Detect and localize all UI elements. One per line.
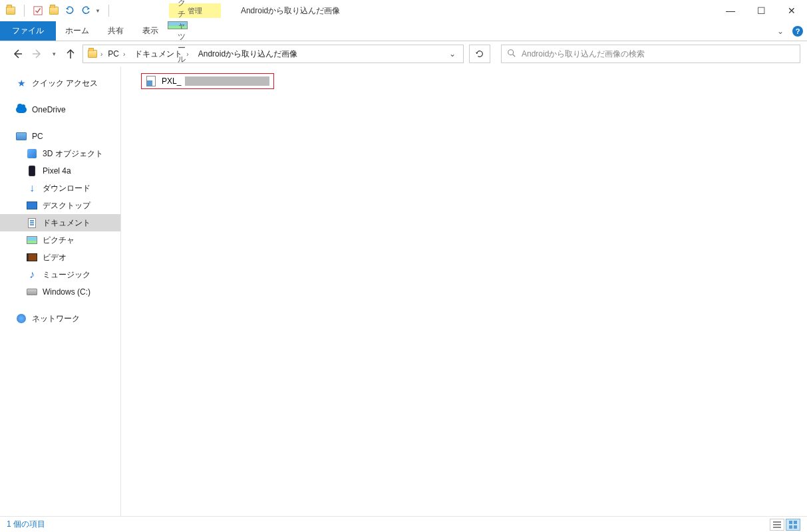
network-icon [16, 313, 27, 324]
document-icon [27, 217, 37, 228]
tab-picture-tools[interactable]: ピクチャ ツール [168, 21, 188, 29]
properties-icon[interactable] [33, 5, 43, 16]
undo-icon[interactable] [65, 5, 75, 16]
nav-drive-c[interactable]: Windows (C:) [0, 283, 120, 301]
minimize-button[interactable]: ― [715, 0, 746, 21]
new-folder-icon[interactable] [49, 5, 59, 16]
nav-quick-access[interactable]: ★ クイック アクセス [0, 74, 120, 92]
nav-label: OneDrive [32, 105, 66, 114]
nav-label: Windows (C:) [43, 287, 90, 297]
app-icon[interactable] [5, 5, 16, 16]
navigation-row: ▾ › PC› ドキュメント› Androidから取り込んだ画像 ⌄ Andro… [0, 41, 807, 66]
content-pane[interactable]: PXL_ [121, 66, 807, 516]
redacted-filename [185, 76, 269, 86]
drive-icon [27, 287, 37, 297]
svg-point-1 [508, 49, 514, 55]
nav-label: クイック アクセス [32, 78, 98, 89]
maximize-button[interactable]: ☐ [746, 0, 776, 21]
nav-label: ピクチャ [43, 235, 75, 246]
nav-label: PC [32, 132, 43, 141]
tab-view[interactable]: 表示 [133, 21, 168, 41]
manage-context-tab[interactable]: 管理 [169, 3, 221, 18]
picture-icon [27, 235, 37, 245]
nav-3d-objects[interactable]: 3D オブジェクト [0, 145, 120, 162]
phone-icon [27, 166, 37, 176]
status-bar: 1 個の項目 [0, 516, 807, 532]
svg-rect-0 [34, 7, 42, 15]
svg-rect-6 [789, 521, 792, 524]
star-icon: ★ [16, 78, 27, 88]
nav-label: ドキュメント [43, 217, 90, 229]
body: ★ クイック アクセス OneDrive PC 3D オブジェクト Pixel … [0, 66, 807, 516]
tab-share[interactable]: 共有 [98, 21, 133, 41]
help-button[interactable]: ? [788, 21, 807, 41]
nav-onedrive[interactable]: OneDrive [0, 101, 120, 118]
nav-pc[interactable]: PC [0, 128, 120, 145]
file-item[interactable]: PXL_ [141, 73, 274, 89]
svg-rect-4 [773, 524, 781, 525]
window-controls: ― ☐ ✕ [715, 0, 807, 21]
nav-downloads[interactable]: ↓ ダウンロード [0, 180, 120, 197]
svg-rect-7 [794, 521, 797, 524]
view-mode-buttons [770, 519, 800, 531]
tab-home[interactable]: ホーム [56, 21, 98, 41]
desktop-icon [27, 200, 37, 211]
cube-icon [27, 148, 37, 159]
up-button[interactable] [63, 46, 79, 62]
tab-file[interactable]: ファイル [0, 21, 56, 41]
breadcrumb-current[interactable]: Androidから取り込んだ画像 [194, 49, 301, 60]
svg-line-2 [513, 54, 516, 57]
search-box[interactable]: Androidから取り込んだ画像の検索 [501, 45, 800, 63]
separator [108, 5, 109, 17]
window-title: Androidから取り込んだ画像 [241, 5, 340, 17]
svg-rect-3 [773, 521, 781, 523]
qat-dropdown-icon[interactable]: ▼ [95, 8, 100, 14]
search-placeholder: Androidから取り込んだ画像の検索 [522, 49, 645, 60]
image-file-icon [146, 76, 156, 86]
chevron-right-icon[interactable]: › [123, 51, 125, 58]
nav-label: 3D オブジェクト [43, 148, 103, 160]
address-bar[interactable]: › PC› ドキュメント› Androidから取り込んだ画像 ⌄ [82, 45, 464, 63]
recent-dropdown-icon[interactable]: ▾ [49, 46, 59, 62]
help-icon: ? [792, 26, 803, 37]
back-button[interactable] [9, 46, 25, 62]
svg-rect-8 [789, 525, 792, 529]
nav-videos[interactable]: ビデオ [0, 249, 120, 266]
nav-pictures[interactable]: ピクチャ [0, 231, 120, 249]
nav-music[interactable]: ♪ ミュージック [0, 266, 120, 283]
svg-rect-9 [794, 525, 797, 529]
nav-desktop[interactable]: デスクトップ [0, 197, 120, 214]
ribbon-collapse-icon[interactable]: ⌄ [772, 21, 788, 41]
nav-network[interactable]: ネットワーク [0, 310, 120, 327]
refresh-button[interactable] [469, 45, 490, 63]
chevron-right-icon[interactable]: › [100, 51, 102, 58]
nav-label: ビデオ [43, 252, 67, 263]
breadcrumb-pc[interactable]: PC› [104, 49, 129, 59]
file-name: PXL_ [162, 76, 181, 86]
search-icon [507, 49, 516, 60]
location-icon [86, 50, 99, 58]
breadcrumb-documents[interactable]: ドキュメント› [130, 49, 192, 60]
svg-rect-5 [773, 527, 781, 528]
thumbnails-view-button[interactable] [786, 519, 800, 531]
address-dropdown-icon[interactable]: ⌄ [444, 49, 460, 59]
nav-label: ミュージック [43, 269, 90, 281]
nav-documents[interactable]: ドキュメント [0, 214, 120, 231]
forward-button[interactable] [29, 46, 45, 62]
chevron-right-icon[interactable]: › [186, 51, 188, 58]
close-button[interactable]: ✕ [776, 0, 807, 21]
quick-access-toolbar: ▼ [0, 0, 117, 21]
details-view-button[interactable] [770, 519, 784, 531]
nav-label: ダウンロード [43, 183, 90, 194]
nav-pixel4a[interactable]: Pixel 4a [0, 162, 120, 180]
video-icon [27, 252, 37, 263]
download-icon: ↓ [27, 183, 37, 194]
item-count: 1 個の項目 [7, 519, 45, 530]
music-icon: ♪ [27, 269, 37, 280]
navigation-pane: ★ クイック アクセス OneDrive PC 3D オブジェクト Pixel … [0, 66, 121, 516]
pc-icon [16, 131, 27, 142]
redo-icon[interactable] [81, 5, 91, 16]
nav-label: ネットワーク [32, 313, 80, 325]
ribbon-tabs: ファイル ホーム 共有 表示 ピクチャ ツール ⌄ ? [0, 21, 807, 41]
titlebar: ▼ 管理 Androidから取り込んだ画像 ― ☐ ✕ [0, 0, 807, 21]
